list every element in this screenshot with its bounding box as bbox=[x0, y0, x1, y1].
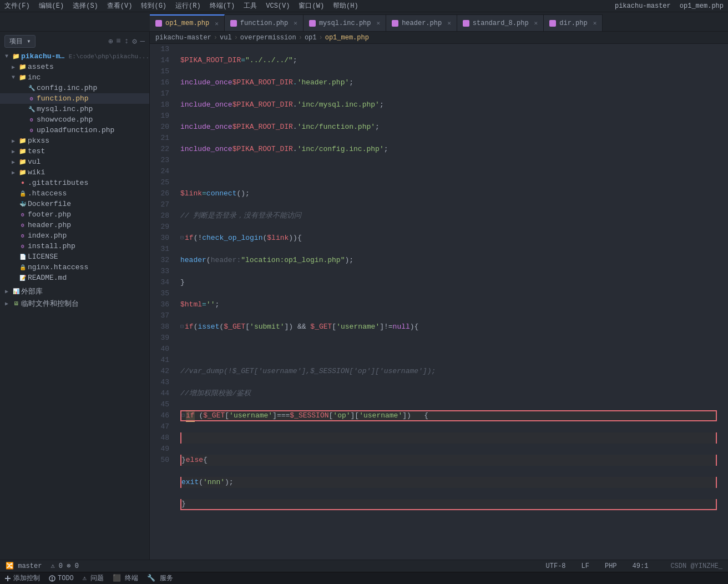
tab-dir-close[interactable]: ✕ bbox=[593, 19, 597, 27]
sidebar-item-config[interactable]: 🔧 config.inc.php bbox=[0, 83, 149, 93]
tab-mysql-inc-close[interactable]: ✕ bbox=[377, 19, 381, 27]
tab-mysql-inc[interactable]: mysql.inc.php ✕ bbox=[304, 14, 386, 31]
sidebar-item-license[interactable]: 📄 LICENSE bbox=[0, 251, 149, 262]
sidebar-item-showvcode[interactable]: ⚙ showvcode.php bbox=[0, 114, 149, 125]
code-line-22: header( header: "location:op1_login.php"… bbox=[180, 255, 717, 266]
sidebar-sort-icon[interactable]: ↕ bbox=[124, 37, 129, 46]
sidebar-item-htaccess[interactable]: 🔒 .htaccess bbox=[0, 188, 149, 199]
sidebar-item-test[interactable]: ▶ 📁 test bbox=[0, 146, 149, 157]
sidebar-item-function[interactable]: ⚙ function.php bbox=[0, 93, 149, 104]
menu-select[interactable]: 选择(S) bbox=[73, 1, 98, 11]
code-line-15: include_once $PIKA_ROOT_DIR.'inc/mysql.i… bbox=[180, 99, 717, 110]
tab-function[interactable]: function.php ✕ bbox=[225, 14, 304, 31]
sidebar-item-readme[interactable]: 📝 README.md bbox=[0, 273, 149, 283]
breadcrumb-op1[interactable]: op1 bbox=[305, 34, 317, 42]
sidebar-toolbar: 项目 ▾ ⊕ ≡ ↕ ⚙ — bbox=[0, 32, 149, 51]
tab-header-label: header.php bbox=[402, 19, 442, 27]
tab-standard8-close[interactable]: ✕ bbox=[534, 19, 538, 27]
menu-terminal[interactable]: 终端(T) bbox=[210, 1, 235, 11]
editor-breadcrumb: pikachu-master › vul › overpermission › … bbox=[150, 32, 728, 44]
sidebar-item-external-libs[interactable]: ▶ 📊 外部库 bbox=[0, 285, 149, 298]
code-editor[interactable]: 1314151617 1819202122 2324252627 2829303… bbox=[150, 44, 728, 560]
project-label[interactable]: 项目 ▾ bbox=[4, 35, 36, 48]
sidebar-locate-icon[interactable]: ⊕ bbox=[108, 37, 113, 46]
watermark: CSDN @YINZHE_ bbox=[670, 562, 722, 570]
editor-area: pikachu-master › vul › overpermission › … bbox=[150, 32, 728, 560]
sidebar-item-mysql[interactable]: 🔧 mysql.inc.php bbox=[0, 104, 149, 114]
breadcrumb-op1-mem[interactable]: op1_mem.php bbox=[325, 34, 369, 42]
sidebar-item-pkxss[interactable]: ▶ 📁 pkxss bbox=[0, 135, 149, 146]
sidebar-item-index[interactable]: ⚙ index.php bbox=[0, 230, 149, 241]
tab-function-icon bbox=[230, 20, 237, 27]
sidebar-settings-icon[interactable]: ⚙ bbox=[132, 37, 136, 46]
sidebar-item-header[interactable]: ⚙ header.php bbox=[0, 220, 149, 230]
menu-edit[interactable]: 编辑(E) bbox=[39, 1, 64, 11]
sidebar-item-temp-console[interactable]: ▶ 🖥 临时文件和控制台 bbox=[0, 298, 149, 310]
menu-vcs[interactable]: VCS(V) bbox=[266, 2, 290, 10]
language-label: PHP bbox=[605, 562, 617, 570]
code-line-23: } bbox=[180, 277, 717, 288]
menu-view[interactable]: 查看(V) bbox=[107, 1, 133, 11]
menu-window[interactable]: 窗口(W) bbox=[299, 1, 324, 11]
sidebar-item-wiki[interactable]: ▶ 📁 wiki bbox=[0, 167, 149, 178]
cursor-position: 49:1 bbox=[633, 562, 649, 570]
code-line-24: $html=''; bbox=[180, 299, 717, 310]
tab-header[interactable]: header.php ✕ bbox=[386, 14, 457, 31]
add-control-button[interactable]: 添加控制 bbox=[4, 573, 40, 583]
encoding-label: UTF-8 bbox=[546, 562, 566, 570]
tab-function-close[interactable]: ✕ bbox=[294, 19, 297, 27]
menu-run[interactable]: 运行(R) bbox=[175, 1, 201, 11]
sidebar-icons: ⊕ ≡ ↕ ⚙ — bbox=[108, 37, 145, 46]
code-line-18 bbox=[180, 166, 717, 177]
sidebar-item-uploadfunction[interactable]: ⚙ uploadfunction.php bbox=[0, 125, 149, 135]
tab-op1-mem-close[interactable]: ✕ bbox=[215, 20, 219, 27]
sidebar-item-assets[interactable]: ▶ 📁 assets bbox=[0, 62, 149, 72]
code-line-32: exit('nnn'); bbox=[180, 477, 717, 488]
sidebar-item-root[interactable]: ▼ 📁 pikachu-master E:\code\php\pikachu..… bbox=[0, 51, 149, 62]
services-button[interactable]: 🔧 服务 bbox=[147, 573, 173, 583]
code-line-21: ⊟if(!check_op_login($link)){ bbox=[180, 233, 717, 244]
code-line-25: ⊟if(isset($_GET['submit']) && $_GET['use… bbox=[180, 321, 717, 333]
sidebar-item-vul[interactable]: ▶ 📁 vul bbox=[0, 157, 149, 167]
sidebar-item-dockerfile[interactable]: 🐳 Dockerfile bbox=[0, 199, 149, 209]
code-line-27: //var_dump(!$_GET['username'],$_SESSION[… bbox=[180, 366, 717, 377]
tab-header-close[interactable]: ✕ bbox=[447, 19, 451, 27]
code-line-14: include_once $PIKA_ROOT_DIR . 'header.ph… bbox=[180, 77, 717, 88]
todo-button[interactable]: TODO bbox=[49, 575, 74, 582]
tab-standard8[interactable]: standard_8.php ✕ bbox=[457, 14, 544, 31]
tab-function-label: function.php bbox=[240, 19, 288, 27]
menu-goto[interactable]: 转到(G) bbox=[141, 1, 166, 11]
code-line-16: include_once $PIKA_ROOT_DIR.'inc/functio… bbox=[180, 122, 717, 133]
tab-header-icon bbox=[392, 20, 398, 27]
code-line-28: //增加权限校验/鉴权 bbox=[180, 388, 717, 399]
main-layout: 项目 ▾ ⊕ ≡ ↕ ⚙ — ▼ 📁 pikachu-master E:\cod… bbox=[0, 32, 728, 560]
tab-dir[interactable]: dir.php ✕ bbox=[544, 14, 603, 31]
sidebar-hide-icon[interactable]: — bbox=[140, 37, 145, 46]
code-content[interactable]: $PIKA_ROOT_DIR = "../../../"; include_on… bbox=[175, 44, 728, 560]
menu-help[interactable]: 帮助(H) bbox=[333, 1, 358, 11]
terminal-button[interactable]: ⬛ 终端 bbox=[113, 573, 138, 583]
code-line-26 bbox=[180, 344, 717, 355]
sidebar-item-install[interactable]: ⚙ install.php bbox=[0, 241, 149, 251]
code-line-35 bbox=[180, 543, 717, 555]
tab-dir-icon bbox=[549, 20, 556, 27]
breadcrumb-pikachu[interactable]: pikachu-master bbox=[155, 34, 211, 42]
svg-rect-1 bbox=[5, 578, 11, 579]
tab-op1-mem-label: op1_mem.php bbox=[165, 19, 209, 27]
menu-tools[interactable]: 工具 bbox=[244, 1, 257, 11]
menu-project[interactable]: pikachu-master bbox=[615, 2, 671, 10]
sidebar-item-nginx-htaccess[interactable]: 🔒 nginx.htaccess bbox=[0, 262, 149, 273]
code-line-17: include_once $PIKA_ROOT_DIR.'inc/config.… bbox=[180, 144, 717, 155]
sidebar-item-inc[interactable]: ▼ 📁 inc bbox=[0, 72, 149, 83]
tab-mysql-icon bbox=[309, 20, 316, 27]
breadcrumb-overpermission[interactable]: overpermission bbox=[240, 34, 296, 42]
sidebar-item-footer[interactable]: ⚙ footer.php bbox=[0, 209, 149, 220]
issues-button[interactable]: ⚠ 问题 bbox=[83, 573, 104, 583]
sidebar-item-gitattributes[interactable]: ● .gitattributes bbox=[0, 178, 149, 188]
breadcrumb-vul[interactable]: vul bbox=[220, 34, 232, 42]
sidebar-collapse-icon[interactable]: ≡ bbox=[116, 37, 120, 46]
svg-point-4 bbox=[52, 580, 53, 580]
tab-op1-mem[interactable]: op1_mem.php ✕ bbox=[150, 14, 225, 31]
line-ending-label: LF bbox=[582, 562, 589, 570]
menu-file[interactable]: 文件(F) bbox=[4, 1, 30, 11]
